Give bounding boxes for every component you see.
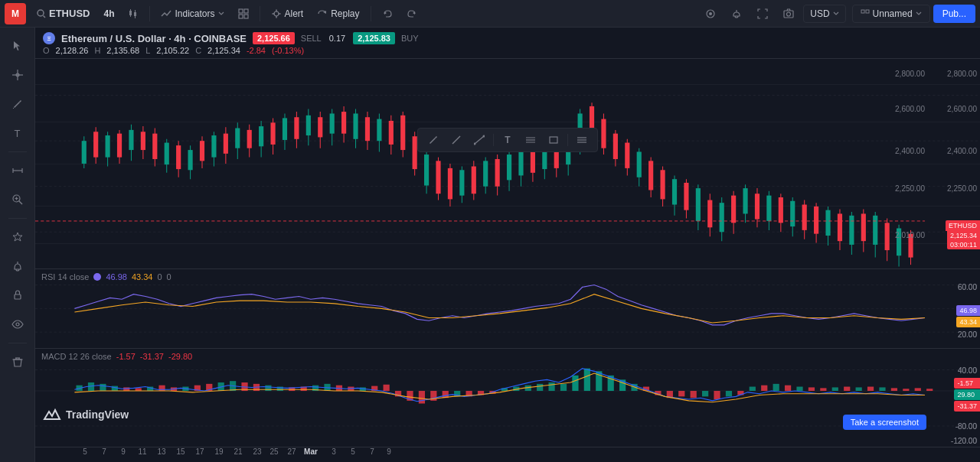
ethusd-price: 2,125.34 (947, 231, 980, 240)
camera-btn[interactable] (777, 5, 800, 22)
sidebar-draw-btn[interactable] (5, 92, 30, 116)
svg-rect-141 (660, 170, 665, 199)
macd-title: MACD 12 26 close (41, 352, 112, 361)
svg-rect-65 (211, 135, 216, 158)
svg-rect-69 (235, 129, 240, 148)
price-2800: 2,800.00 (895, 70, 925, 78)
svg-rect-264 (808, 387, 815, 391)
chart-container: Ξ Ethereum / U.S. Dollar · 4h · COINBASE… (35, 28, 980, 462)
currency-selector[interactable]: USD (803, 5, 845, 23)
sidebar-text-btn[interactable]: T (5, 121, 30, 145)
svg-rect-228 (384, 384, 390, 390)
text-draw-icon: T (505, 135, 510, 145)
undo-btn[interactable] (376, 5, 399, 22)
publish-btn[interactable]: Pub... (933, 5, 975, 23)
tv-logo: TradingView (43, 405, 129, 424)
draw-text-btn[interactable]: T (497, 131, 518, 149)
macd-120-text: -120.00 (926, 437, 980, 445)
svg-rect-105 (448, 168, 452, 199)
unnamed-btn[interactable]: Unnamed (852, 5, 930, 23)
svg-rect-11 (244, 15, 248, 18)
watchlist-btn[interactable] (699, 5, 722, 22)
buy-price[interactable]: 2,125.83 (353, 32, 395, 44)
chart-type-btn[interactable] (122, 5, 145, 22)
svg-rect-113 (495, 159, 500, 187)
rsi-chart (35, 269, 980, 348)
price-2010: 2,010.00 (895, 231, 925, 239)
screenshot-tooltip[interactable]: Take a screenshot (843, 415, 926, 430)
logo[interactable]: M (5, 3, 26, 24)
draw-rect-btn[interactable] (543, 131, 564, 149)
h-val: 2,135.68 (106, 46, 139, 55)
sidebar-cursor-btn[interactable] (5, 34, 30, 58)
notification-btn[interactable] (725, 5, 748, 22)
svg-rect-93 (377, 119, 381, 142)
svg-rect-218 (265, 385, 271, 390)
layout-btn[interactable] (232, 5, 255, 22)
svg-rect-9 (244, 9, 248, 13)
sidebar-lock-btn[interactable] (5, 283, 30, 307)
draw-hline-btn[interactable] (520, 131, 541, 149)
svg-rect-231 (419, 391, 425, 404)
svg-rect-10 (239, 15, 243, 18)
symbol-btn[interactable]: ETHUSD (31, 5, 96, 22)
tv-logo-text: TradingView (66, 408, 129, 421)
svg-rect-143 (672, 179, 677, 204)
timeframe-btn[interactable]: 4h (97, 5, 120, 22)
sidebar-crosshair-btn[interactable] (5, 63, 30, 87)
redo-btn[interactable] (400, 5, 423, 22)
rsi-val2: 43.34 (132, 272, 153, 281)
bell-icon (731, 8, 742, 19)
svg-rect-204 (100, 383, 106, 390)
macd-val1: -1.57 (116, 352, 136, 361)
drawing-toolbar: T (417, 128, 598, 152)
draw-line-btn[interactable] (446, 131, 467, 149)
ethusd-time: 03:00:11 (947, 240, 980, 249)
axis-2800: 2,800.00 (926, 70, 980, 78)
hline-icon (525, 135, 536, 145)
replay-btn[interactable]: Replay (311, 5, 365, 22)
macd-panel[interactable]: MACD 12 26 close -1.57 -31.37 -29.80 (35, 349, 980, 447)
fullscreen-btn[interactable] (751, 5, 774, 22)
svg-rect-167 (814, 207, 818, 234)
svg-rect-109 (472, 167, 476, 194)
svg-rect-19 (784, 11, 793, 18)
macd-tag3: -31.37 (954, 401, 980, 412)
svg-rect-57 (165, 143, 169, 165)
sidebar-sep2 (8, 218, 27, 219)
star-icon (11, 231, 24, 243)
macd-tag1: -1.57 (954, 378, 980, 389)
cursor-icon (11, 40, 24, 52)
sell-price[interactable]: 2,125.66 (253, 32, 295, 44)
svg-rect-269 (867, 386, 874, 391)
sidebar-zoom-btn[interactable] (5, 187, 30, 212)
axis-2600: 2,600.00 (926, 105, 980, 113)
layout-icon (238, 8, 249, 19)
symbol-row: Ξ Ethereum / U.S. Dollar · 4h · COINBASE… (43, 32, 972, 44)
sidebar-watchlist-btn[interactable] (5, 225, 30, 249)
sidebar-measure-btn[interactable] (5, 158, 30, 183)
macd-80-text: -80.00 (926, 422, 980, 431)
indicators-btn[interactable]: Indicators (155, 5, 230, 22)
sidebar-eye-btn[interactable] (5, 312, 30, 337)
sidebar-trash-btn[interactable] (5, 350, 30, 374)
rsi-tag2: 43.34 (956, 317, 980, 327)
svg-rect-103 (436, 161, 440, 194)
svg-point-12 (274, 11, 279, 16)
draw-more-btn[interactable] (571, 131, 593, 149)
draw-trendline-btn[interactable] (469, 131, 490, 149)
draw-pencil-btn[interactable] (423, 131, 444, 149)
alert-btn[interactable]: Alert (265, 5, 310, 22)
svg-rect-179 (885, 223, 890, 250)
svg-rect-75 (270, 122, 275, 145)
lock-icon (11, 289, 24, 301)
rsi-extra: 0 (157, 272, 162, 281)
main-chart-panel[interactable]: 2,800.00 2,600.00 2,400.00 2,250.00 2,01… (35, 59, 980, 269)
sidebar-alert-btn[interactable] (5, 254, 30, 278)
rsi-panel[interactable]: RSI 14 close 46.98 43.34 0 0 60.00 2 (35, 269, 980, 349)
macd-tags: -1.57 29.80 -31.37 (954, 378, 980, 412)
svg-rect-47 (106, 135, 110, 158)
chevron-down-icon2 (833, 11, 839, 17)
svg-point-0 (38, 10, 44, 16)
ohlc-row: O 2,128.26 H 2,135.68 L 2,105.22 C 2,125… (43, 46, 972, 55)
